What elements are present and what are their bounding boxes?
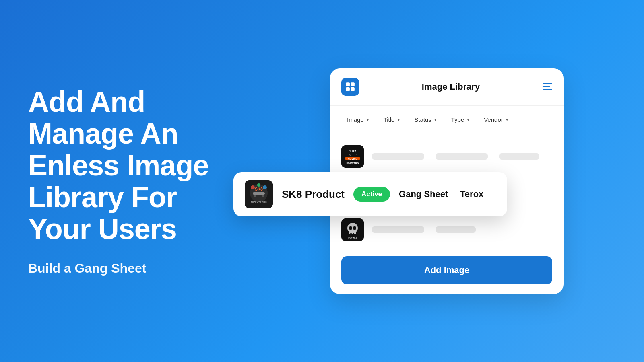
filter-bar: Image ▼ Title ▼ Status ▼ Type ▼ Vendor ▼ — [330, 106, 564, 134]
svg-text:JUST: JUST — [349, 150, 357, 153]
vendor-filter-button[interactable]: Vendor ▼ — [478, 113, 514, 126]
svg-point-26 — [263, 185, 267, 189]
hero-title: Add And Manage An Enless Image Library F… — [28, 86, 221, 245]
hamburger-line-1 — [543, 83, 552, 84]
left-section: Add And Manage An Enless Image Library F… — [0, 62, 250, 300]
svg-rect-2 — [346, 87, 350, 91]
add-image-button[interactable]: Add Image — [341, 256, 552, 284]
svg-text:READY TO RIDE: READY TO RIDE — [251, 201, 267, 203]
svg-point-22 — [254, 195, 256, 197]
svg-text:STAY WILD: STAY WILD — [348, 237, 357, 239]
svg-rect-1 — [351, 82, 355, 86]
active-status-badge: Active — [353, 187, 390, 202]
row-1-type-skeleton — [499, 153, 539, 160]
image-filter-label: Image — [347, 116, 364, 123]
svg-point-15 — [349, 226, 352, 230]
title-filter-button[interactable]: Title ▼ — [378, 113, 407, 126]
hamburger-line-3 — [543, 89, 552, 90]
right-section: Image Library Image ▼ Title ▼ Status ▼ — [250, 0, 644, 362]
row-1-status-skeleton — [436, 153, 488, 160]
featured-row-image: SK8 READY TO RIDE — [245, 180, 273, 208]
row-2-fields — [372, 226, 552, 233]
row-1-image: JUST KEEP MOVING FORWARD — [341, 145, 364, 168]
row-1-fields — [372, 153, 552, 160]
svg-rect-13 — [350, 233, 352, 235]
row-2-image: STAY WILD — [341, 218, 364, 241]
svg-rect-21 — [253, 192, 265, 195]
title-filter-chevron: ▼ — [396, 117, 400, 122]
row-1-title-skeleton — [372, 153, 424, 160]
vendor-filter-chevron: ▼ — [505, 117, 509, 122]
vendor-filter-label: Vendor — [484, 116, 503, 123]
hamburger-menu-icon[interactable] — [543, 83, 552, 90]
svg-rect-14 — [353, 233, 354, 235]
featured-row-card: SK8 READY TO RIDE SK8 Product Active Gan… — [233, 172, 507, 216]
panel-title: Image Library — [422, 82, 480, 92]
logo-icon — [345, 82, 355, 92]
row-2-status-skeleton — [436, 226, 476, 233]
featured-vendor-label: Terox — [460, 189, 483, 200]
image-filter-button[interactable]: Image ▼ — [341, 113, 376, 126]
featured-type-label: Gang Sheet — [399, 189, 451, 200]
type-filter-chevron: ▼ — [466, 117, 470, 122]
svg-text:KEEP: KEEP — [349, 154, 356, 156]
featured-product-title: SK8 Product — [282, 188, 345, 201]
table-row: STAY WILD — [330, 211, 564, 248]
status-filter-label: Status — [414, 116, 431, 123]
svg-point-25 — [251, 185, 255, 189]
sk8-product-graphic: SK8 READY TO RIDE — [245, 180, 273, 208]
type-filter-label: Type — [451, 116, 464, 123]
svg-text:MOVING: MOVING — [348, 158, 358, 160]
status-filter-chevron: ▼ — [433, 117, 438, 122]
svg-text:FORWARD: FORWARD — [347, 162, 359, 165]
svg-point-27 — [257, 183, 260, 187]
app-logo — [341, 78, 359, 96]
row-2-title-skeleton — [372, 226, 424, 233]
svg-rect-3 — [351, 87, 355, 91]
stay-wild-free-graphic: STAY WILD — [341, 218, 364, 241]
table-row: JUST KEEP MOVING FORWARD — [330, 138, 564, 175]
svg-rect-0 — [346, 82, 350, 86]
hero-subtitle: Build a Gang Sheet — [28, 261, 221, 276]
card-header: Image Library — [330, 68, 564, 106]
svg-point-16 — [353, 226, 356, 230]
hamburger-line-2 — [543, 86, 550, 87]
status-filter-button[interactable]: Status ▼ — [409, 113, 443, 126]
type-filter-button[interactable]: Type ▼ — [446, 113, 476, 126]
just-keep-forward-graphic: JUST KEEP MOVING FORWARD — [341, 145, 364, 168]
title-filter-label: Title — [384, 116, 395, 123]
image-filter-chevron: ▼ — [366, 117, 370, 122]
svg-point-23 — [262, 195, 264, 197]
svg-text:SK8: SK8 — [255, 187, 263, 191]
